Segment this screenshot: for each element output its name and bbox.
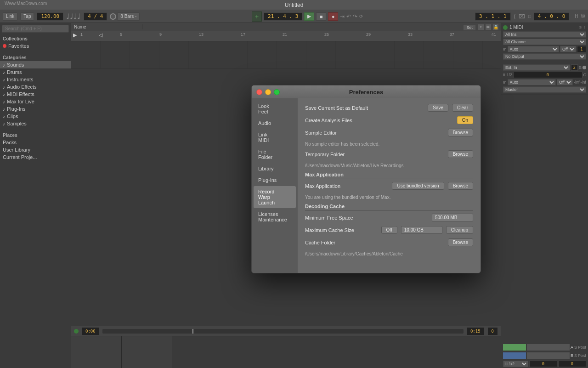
nav-audio[interactable]: Audio [254,118,296,129]
max-note: You are using the bundled version of Max… [305,195,390,200]
sample-browse-btn[interactable]: Browse [448,129,473,136]
sample-editor-label: Sample Editor [305,130,444,136]
cache-folder-path: /Users/macdown/Library/Caches/Ableton/Ca… [305,251,403,256]
temp-browse-btn[interactable]: Browse [448,150,473,158]
prefs-titlebar: Preferences [252,85,481,98]
use-bundled-btn[interactable]: Use bundled version [392,182,444,190]
prefs-title: Preferences [349,89,383,96]
max-app-section-title: Max Application [305,172,473,179]
dialog-overlay: Preferences Look Feel Audio Link MIDI Fi… [0,0,588,368]
nav-library[interactable]: Library [254,163,296,174]
window-max-btn[interactable] [274,89,280,95]
min-space-input[interactable] [432,214,473,221]
nav-look-feel[interactable]: Look Feel [254,101,296,117]
analysis-on-btn[interactable]: On [457,116,473,124]
temp-folder-path: /Users/macdown/Music/Ableton/Live Record… [305,163,404,168]
analysis-files-row: Create Analysis Files On [305,116,473,124]
max-cache-row: Maximum Cache Size Off Cleanup [305,226,473,234]
save-btn[interactable]: Save [428,104,448,112]
save-set-row: Save Current Set as Default Save Clear [305,104,473,112]
clear-btn[interactable]: Clear [452,104,473,112]
sample-editor-row: Sample Editor Browse [305,129,473,136]
prefs-content: Save Current Set as Default Save Clear C… [298,98,481,273]
max-cache-label: Maximum Cache Size [305,227,378,233]
max-browse-btn[interactable]: Browse [448,182,473,190]
cache-folder-row: Cache Folder Browse [305,238,473,246]
decoding-section-title: Decoding Cache [305,204,473,211]
preferences-window: Preferences Look Feel Audio Link MIDI Fi… [251,85,481,273]
max-cache-input[interactable] [401,226,442,234]
min-space-row: Minimum Free Space [305,214,473,221]
nav-plug-ins[interactable]: Plug-Ins [254,175,296,186]
temp-folder-row: Temporary Folder Browse [305,150,473,158]
nav-licenses[interactable]: Licenses Maintenance [254,209,296,225]
prefs-nav: Look Feel Audio Link MIDI File Folder Li… [252,98,298,273]
max-app-row: Max Application Use bundled version Brow… [305,182,473,190]
nav-file-folder[interactable]: File Folder [254,146,296,163]
prefs-body: Look Feel Audio Link MIDI File Folder Li… [252,98,481,273]
cache-browse-btn[interactable]: Browse [448,238,473,246]
cache-folder-label: Cache Folder [305,240,444,245]
temp-folder-label: Temporary Folder [305,152,444,157]
window-min-btn[interactable] [265,89,271,95]
save-set-label: Save Current Set as Default [305,105,424,111]
nav-record-warp-launch[interactable]: Record Warp Launch [254,186,296,208]
analysis-label: Create Analysis Files [305,118,453,123]
min-space-label: Minimum Free Space [305,215,428,221]
sample-note: No sample editor has been selected. [305,142,379,147]
window-close-btn[interactable] [256,89,262,95]
max-app-label: Max Application [305,183,388,189]
cleanup-btn[interactable]: Cleanup [446,226,473,234]
nav-link-midi[interactable]: Link MIDI [254,129,296,146]
max-cache-off-btn[interactable]: Off [381,226,397,234]
